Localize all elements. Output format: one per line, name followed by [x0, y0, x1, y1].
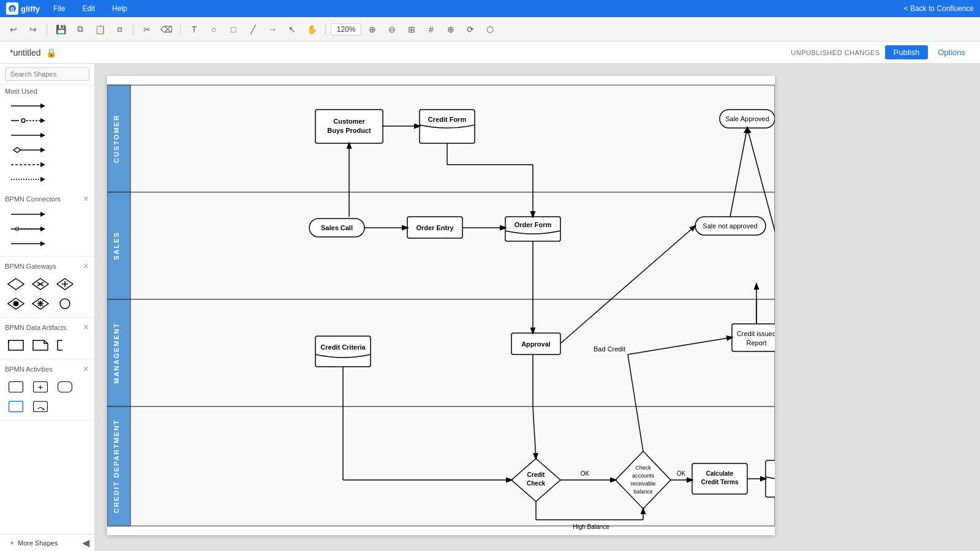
- svg-text:CREDIT DEPARTMENT: CREDIT DEPARTMENT: [113, 419, 120, 514]
- svg-text:balance: balance: [633, 489, 653, 495]
- section-bpmn-gateways-header[interactable]: BPMN Gateways ✕: [0, 259, 94, 273]
- most-used-label: Most Used: [0, 85, 94, 96]
- connector-dashed-dot[interactable]: [5, 113, 89, 128]
- connector-solid-arrow2[interactable]: [5, 128, 89, 143]
- bpmn-default-flow[interactable]: [5, 222, 89, 236]
- svg-marker-9: [40, 133, 45, 138]
- svg-text:Credit: Credit: [527, 471, 546, 478]
- copy-button[interactable]: ⧉: [72, 21, 89, 38]
- svg-text:Order Form: Order Form: [514, 221, 552, 228]
- publish-button[interactable]: Publish: [885, 45, 929, 59]
- zoom-display[interactable]: 120%: [331, 23, 361, 36]
- lock-icon[interactable]: 🔒: [46, 48, 56, 58]
- diagram-canvas[interactable]: CUSTOMER SALES MANAGEMENT CREDIT DEPARTM…: [107, 76, 775, 535]
- undo-button[interactable]: ↩: [5, 21, 22, 38]
- redo-button[interactable]: ↪: [24, 21, 42, 38]
- text-tool[interactable]: T: [186, 21, 203, 38]
- gateway-complex[interactable]: [29, 295, 51, 312]
- svg-text:Credit issued: Credit issued: [737, 330, 775, 337]
- section-close-icon[interactable]: ✕: [83, 364, 89, 373]
- search-input[interactable]: [5, 67, 89, 81]
- gateway-circle[interactable]: [54, 295, 76, 312]
- section-bpmn-gateways: BPMN Gateways ✕: [0, 257, 94, 318]
- menu-edit[interactable]: Edit: [78, 3, 99, 14]
- delete-button[interactable]: ⌫: [158, 21, 175, 38]
- center-button[interactable]: ⊕: [442, 21, 459, 38]
- task-selected[interactable]: [5, 398, 27, 415]
- save-button[interactable]: 💾: [52, 21, 69, 38]
- menubar: g gliffy File Edit Help < Back to Conflu…: [0, 0, 980, 17]
- svg-text:Sales Call: Sales Call: [321, 224, 353, 231]
- connector-solid-arrow[interactable]: [5, 99, 89, 113]
- svg-text:Buys Product: Buys Product: [327, 127, 371, 134]
- select-tool[interactable]: ↖: [284, 21, 301, 38]
- back-to-confluence[interactable]: < Back to Confluence: [904, 4, 974, 13]
- gateway-exclusive[interactable]: [5, 276, 27, 293]
- svg-marker-10: [13, 148, 21, 152]
- logo-text: gliffy: [21, 4, 40, 13]
- section-close-icon[interactable]: ✕: [83, 261, 89, 271]
- svg-text:Credit Terms: Credit Terms: [701, 479, 739, 485]
- arrow-tool[interactable]: →: [264, 21, 281, 38]
- line-tool[interactable]: ╱: [244, 21, 262, 38]
- paste-button[interactable]: 📋: [91, 21, 108, 38]
- task-loop[interactable]: [29, 398, 51, 415]
- menu-file[interactable]: File: [50, 3, 69, 14]
- activities-grid: [0, 376, 94, 418]
- gateway-exclusive-x[interactable]: [29, 276, 51, 293]
- layers-button[interactable]: ⬡: [481, 21, 499, 38]
- svg-marker-12: [40, 148, 45, 152]
- gateways-grid: [0, 273, 94, 315]
- section-close-icon[interactable]: ✕: [83, 194, 89, 203]
- section-close-icon[interactable]: ✕: [83, 323, 89, 332]
- duplicate-button[interactable]: ⧈: [111, 21, 128, 38]
- rect-tool[interactable]: □: [225, 21, 242, 38]
- svg-text:Check: Check: [527, 480, 545, 487]
- svg-text:Order Entry: Order Entry: [416, 224, 454, 231]
- zoom-out-button[interactable]: ⊖: [383, 21, 401, 38]
- more-shapes-button[interactable]: ＋ More Shapes: [5, 537, 61, 549]
- section-label: BPMN Data Artifacts: [5, 324, 66, 331]
- circle-tool[interactable]: ○: [205, 21, 222, 38]
- svg-text:Sale Approved: Sale Approved: [725, 115, 769, 122]
- rotate-button[interactable]: ⟳: [462, 21, 479, 38]
- fit-button[interactable]: ⊞: [403, 21, 420, 38]
- collapse-sidebar-button[interactable]: ◀: [82, 537, 89, 549]
- options-button[interactable]: Options: [933, 45, 970, 59]
- cut-button[interactable]: ✂: [138, 21, 156, 38]
- grid-button[interactable]: #: [423, 21, 440, 38]
- task-plus[interactable]: [29, 378, 51, 395]
- section-label: BPMN Gateways: [5, 263, 56, 270]
- svg-rect-52: [34, 401, 48, 411]
- hand-tool[interactable]: ✋: [303, 21, 320, 38]
- task-rounded[interactable]: [54, 378, 76, 395]
- svg-marker-3: [40, 103, 45, 108]
- task-simple[interactable]: [5, 378, 27, 395]
- data-store[interactable]: [5, 337, 27, 354]
- connector-dashed-arrow[interactable]: [5, 172, 89, 187]
- canvas-area[interactable]: CUSTOMER SALES MANAGEMENT CREDIT DEPARTM…: [95, 64, 980, 551]
- connector-dashed[interactable]: [5, 157, 89, 172]
- data-object[interactable]: [29, 337, 51, 354]
- svg-text:OK: OK: [581, 470, 590, 477]
- svg-rect-81: [315, 336, 371, 367]
- section-bpmn-data-artifacts-header[interactable]: BPMN Data Artifacts ✕: [0, 320, 94, 334]
- svg-text:Sale not approved: Sale not approved: [703, 222, 757, 230]
- gateway-inclusive[interactable]: [5, 295, 27, 312]
- bpmn-msg-flow[interactable]: [5, 236, 89, 251]
- section-bpmn-data-artifacts: BPMN Data Artifacts ✕: [0, 318, 94, 359]
- svg-marker-24: [40, 241, 45, 246]
- gateway-parallel[interactable]: [54, 276, 76, 293]
- sidebar-bottom-bar: ＋ More Shapes ◀: [0, 534, 95, 551]
- section-bpmn-activities-header[interactable]: BPMN Activities ✕: [0, 362, 94, 376]
- section-bpmn-connectors-header[interactable]: BPMN Connectors ✕: [0, 192, 94, 206]
- data-annotation[interactable]: [54, 337, 76, 354]
- doc-title[interactable]: *untitled: [10, 48, 41, 58]
- bpmn-seq-flow[interactable]: [5, 207, 89, 222]
- section-bpmn-connectors: BPMN Connectors ✕: [0, 189, 94, 257]
- svg-rect-75: [505, 217, 560, 241]
- zoom-in-button[interactable]: ⊕: [364, 21, 381, 38]
- connector-diamond-arrow[interactable]: [5, 143, 89, 157]
- svg-point-39: [60, 299, 70, 309]
- menu-help[interactable]: Help: [108, 3, 131, 14]
